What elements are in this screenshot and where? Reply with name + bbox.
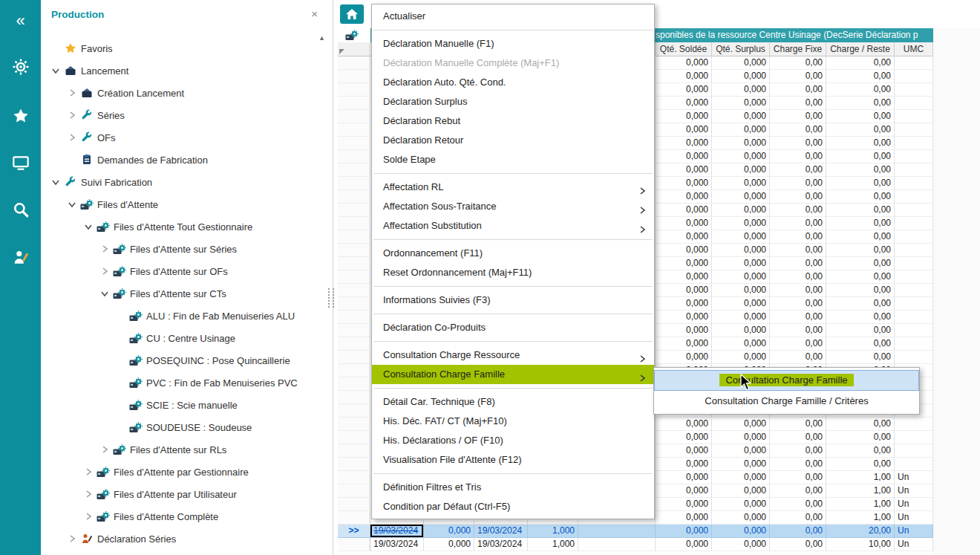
menu-item[interactable]: Déclaration Retour	[372, 131, 654, 150]
column-header[interactable]: Qté. Soldée	[656, 42, 712, 56]
menu-item[interactable]: Consultation Charge Ressource	[372, 345, 654, 365]
queue-tab-icon[interactable]	[342, 29, 362, 42]
tree-item[interactable]: Déclaration Séries	[41, 528, 319, 550]
column-header[interactable]: Qté. Surplus	[712, 42, 770, 56]
cell: 0,00	[770, 177, 826, 190]
cell: 0,00	[770, 257, 826, 270]
table-row-selected[interactable]: >>19/03/20240,00019/03/20241,0000,0000,0…	[338, 525, 933, 538]
tree-item[interactable]: Création Lancement	[41, 82, 319, 104]
menu-item[interactable]: Actualiser	[372, 7, 654, 26]
menu-item[interactable]: Détail Car. Technique (F8)	[372, 392, 654, 412]
tree-item[interactable]: Files d'Attente par Gestionnaire	[41, 461, 319, 483]
chevron-down-icon[interactable]	[65, 199, 79, 210]
queue-icon	[128, 332, 143, 344]
chevron-right-icon[interactable]	[65, 110, 79, 120]
tree-item[interactable]: Demandes de Fabrication	[41, 149, 319, 171]
cell: 0,00	[826, 230, 895, 244]
tree-item[interactable]: Files d'Attente sur Séries	[41, 238, 319, 260]
panel-splitter-handle[interactable]	[328, 288, 334, 308]
menu-item[interactable]: Déclaration Manuelle Complète (Maj+F1)	[372, 53, 654, 73]
chevron-right-icon[interactable]	[81, 511, 96, 522]
menu-item[interactable]: Déclaration Co-Produits	[372, 318, 654, 337]
collapse-panel-icon[interactable]: «	[0, 4, 41, 37]
menu-item[interactable]: Reset Ordonnancement (Maj+F11)	[372, 263, 654, 282]
submenu-item[interactable]: Consultation Charge Famille / Critères	[654, 391, 919, 412]
menu-item[interactable]: His. Déclarations / OF (F10)	[372, 431, 654, 450]
cell	[895, 311, 933, 324]
tree-item[interactable]: Files d'Attente	[41, 193, 319, 215]
cell: 0,000	[656, 458, 712, 471]
column-header[interactable]: Charge Fixe	[770, 42, 826, 56]
tree-item[interactable]: Files d'Attente par Utilisateur	[41, 483, 319, 505]
column-header[interactable]: UMC	[895, 42, 933, 56]
menu-item[interactable]: His. Déc. FAT/ CT (Maj+F10)	[372, 412, 654, 431]
row-marker-cell	[338, 324, 370, 337]
cell: 0,000	[712, 244, 770, 257]
menu-item[interactable]: Affectation Sous-Traitance	[372, 197, 654, 216]
menu-item[interactable]: Visualisation File d'Attente (F12)	[372, 450, 654, 470]
queue-icon	[96, 466, 111, 478]
tree-item[interactable]: Files d'Attente sur OFs	[41, 260, 319, 282]
menu-item[interactable]: Affectation RL	[372, 178, 654, 197]
tree-item[interactable]: PVC : Fin de Fab Menuiseries PVC	[41, 371, 319, 394]
chevron-right-icon[interactable]	[65, 88, 79, 98]
tree-item-label: Files d'Attente sur OFs	[130, 266, 228, 277]
cell: 0,000	[712, 123, 770, 137]
tree-item[interactable]: SCIE : Scie manuelle	[41, 394, 319, 416]
submenu-item-highlighted[interactable]: Consultation Charge Famille	[654, 370, 919, 391]
tree-item[interactable]: Files d'Attente Complète	[41, 505, 319, 528]
favorites-star-icon[interactable]	[0, 100, 41, 132]
column-header[interactable]: Charge / Reste	[826, 42, 895, 56]
tree-item[interactable]: Séries	[41, 104, 319, 126]
tree-item[interactable]: Lancement	[41, 59, 319, 82]
row-marker-cell	[338, 244, 370, 257]
tree-item[interactable]: ALU : Fin de Fab Menuiseries ALU	[41, 305, 319, 327]
row-marker-cell	[338, 418, 370, 431]
menu-item[interactable]: Informations Suivies (F3)	[372, 291, 654, 310]
column-header-empty[interactable]	[338, 42, 370, 56]
menu-item[interactable]: Déclaration Rebut	[372, 111, 654, 131]
menu-item[interactable]: Déclaration Auto. Qté. Cond.	[372, 73, 654, 92]
tree-item[interactable]: Suivi Fabrication	[41, 171, 319, 193]
chevron-down-icon[interactable]	[48, 177, 63, 187]
home-button[interactable]	[340, 4, 364, 24]
tree-item[interactable]: OFs	[41, 126, 319, 149]
chevron-down-icon[interactable]	[48, 65, 63, 76]
row-marker-cell	[338, 444, 370, 458]
menu-item[interactable]: Déclaration Surplus	[372, 92, 654, 111]
search-icon[interactable]	[0, 193, 41, 226]
chevron-down-icon[interactable]	[97, 288, 112, 299]
menu-item[interactable]: Déclaration Manuelle (F1)	[372, 34, 654, 53]
chevron-right-icon[interactable]	[81, 467, 96, 477]
tree-item[interactable]: Files d'Attente sur CTs	[41, 282, 319, 305]
table-row[interactable]: 19/03/20240,00019/03/20241,0000,0000,000…	[338, 538, 933, 551]
chevron-right-icon[interactable]	[81, 489, 96, 499]
menu-item[interactable]: Solde Etape	[372, 150, 654, 169]
tree-item-label: Demandes de Fabrication	[97, 155, 208, 166]
tree-item[interactable]: Files d'Attente sur RLs	[41, 438, 319, 461]
menu-item-highlighted[interactable]: Consultation Charge Famille	[372, 365, 654, 384]
tree-item[interactable]: Files d'Attente Tout Gestionnaire	[41, 215, 319, 238]
cell	[895, 458, 933, 471]
tree-item[interactable]: Favoris	[41, 37, 319, 59]
tree-item[interactable]: CU : Centre Usinage	[41, 327, 319, 349]
tree-item[interactable]: SOUDEUSE : Soudeuse	[41, 416, 319, 438]
chevron-right-icon[interactable]	[65, 533, 79, 544]
menu-item[interactable]: Ordonnancement (F11)	[372, 244, 654, 263]
menu-item[interactable]: Affectation Substitution	[372, 216, 654, 236]
chevron-right-icon[interactable]	[97, 244, 112, 254]
cell: 0,00	[770, 471, 826, 484]
menu-item[interactable]: Définition Filtres et Tris	[372, 478, 654, 497]
chevron-right-icon[interactable]	[97, 266, 112, 276]
declaration-icon[interactable]	[0, 241, 41, 273]
chevron-right-icon[interactable]	[65, 132, 79, 143]
close-icon[interactable]: ×	[311, 7, 318, 20]
menu-item[interactable]: Condition par Défaut (Ctrl-F5)	[372, 497, 654, 516]
chevron-right-icon[interactable]	[97, 444, 112, 455]
monitor-icon[interactable]	[0, 147, 41, 180]
scroll-up-arrow-icon[interactable]: ▲	[318, 34, 325, 42]
tree-item[interactable]: POSEQUINC : Pose Quincaillerie	[41, 349, 319, 371]
row-marker-cell	[338, 150, 370, 163]
settings-gear-icon[interactable]	[0, 51, 41, 83]
chevron-down-icon[interactable]	[81, 221, 96, 232]
